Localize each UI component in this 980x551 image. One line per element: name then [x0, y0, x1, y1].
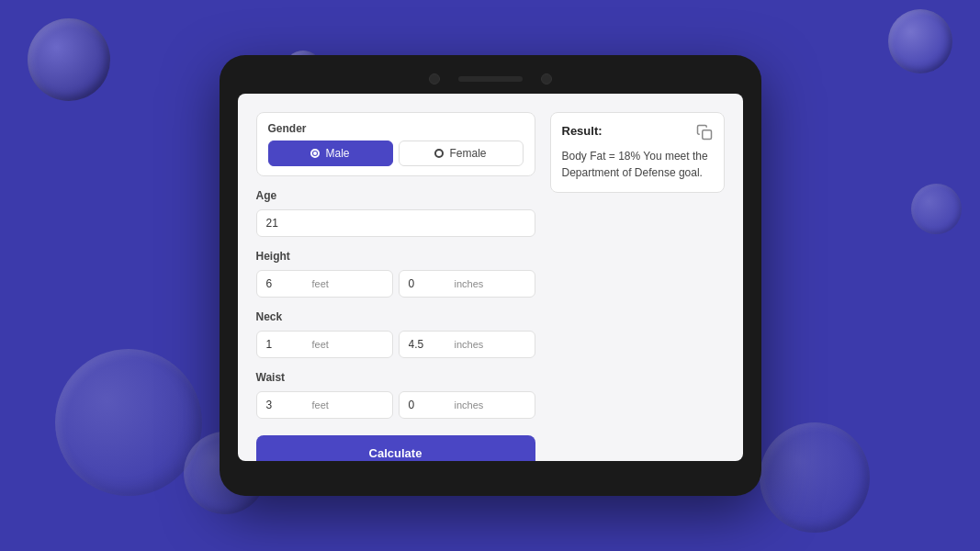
gender-female-button[interactable]: Female [399, 141, 524, 166]
gender-female-label: Female [449, 147, 486, 160]
gender-section: Gender Male Female [256, 112, 535, 176]
tablet-device: Gender Male Female Age [220, 55, 761, 496]
height-inches-group: inches [399, 270, 535, 298]
form-panel: Gender Male Female Age [256, 112, 535, 443]
waist-inches-unit: inches [455, 399, 491, 410]
radio-male-icon [310, 149, 320, 158]
gender-male-label: Male [325, 147, 349, 160]
waist-input-row: feet inches [256, 391, 535, 419]
neck-inches-unit: inches [455, 339, 491, 350]
height-label: Height [256, 250, 535, 263]
copy-icon[interactable] [696, 124, 713, 141]
waist-inches-input[interactable] [400, 392, 455, 418]
height-section: Height feet inches [256, 250, 535, 298]
waist-label: Waist [256, 371, 535, 384]
neck-input-row: feet inches [256, 331, 535, 358]
gender-toggle-group: Male Female [268, 141, 524, 166]
neck-feet-group: feet [256, 331, 393, 358]
gender-male-button[interactable]: Male [268, 141, 393, 166]
tablet-screen: Gender Male Female Age [238, 94, 743, 461]
waist-section: Waist feet inches [256, 371, 535, 419]
waist-feet-group: feet [256, 391, 393, 419]
waist-feet-unit: feet [312, 399, 336, 410]
neck-label: Neck [256, 310, 535, 323]
decorative-orb-7 [911, 184, 962, 234]
result-panel: Result: Body Fat = 18% You meet the Depa… [550, 112, 725, 193]
age-section: Age [256, 189, 535, 237]
decorative-orb-1 [28, 18, 110, 101]
decorative-orb-4 [55, 349, 202, 496]
decorative-orb-6 [760, 422, 870, 533]
neck-inches-group: inches [399, 331, 535, 358]
age-label: Age [256, 189, 535, 202]
neck-inches-input[interactable] [400, 332, 455, 357]
calculate-button[interactable]: Calculate [256, 435, 535, 461]
height-inches-unit: inches [455, 278, 491, 289]
neck-feet-input[interactable] [257, 332, 312, 357]
tablet-front-camera [429, 73, 440, 84]
age-input[interactable] [256, 209, 535, 237]
height-feet-group: feet [256, 270, 393, 298]
height-input-row: feet inches [256, 270, 535, 298]
height-feet-input[interactable] [257, 271, 312, 297]
height-feet-unit: feet [312, 278, 336, 289]
radio-female-icon [434, 149, 444, 158]
result-title: Result: [562, 124, 603, 138]
svg-rect-0 [702, 130, 711, 140]
result-header: Result: [562, 124, 713, 141]
decorative-orb-3 [888, 9, 952, 73]
gender-label: Gender [268, 122, 524, 135]
tablet-speaker [458, 76, 523, 82]
result-text: Body Fat = 18% You meet the Department o… [562, 148, 713, 181]
neck-feet-unit: feet [312, 339, 336, 350]
neck-section: Neck feet inches [256, 310, 535, 358]
height-inches-input[interactable] [400, 271, 455, 297]
waist-feet-input[interactable] [257, 392, 312, 418]
tablet-sensor [541, 73, 552, 84]
tablet-top-bar [238, 73, 743, 84]
waist-inches-group: inches [399, 391, 535, 419]
